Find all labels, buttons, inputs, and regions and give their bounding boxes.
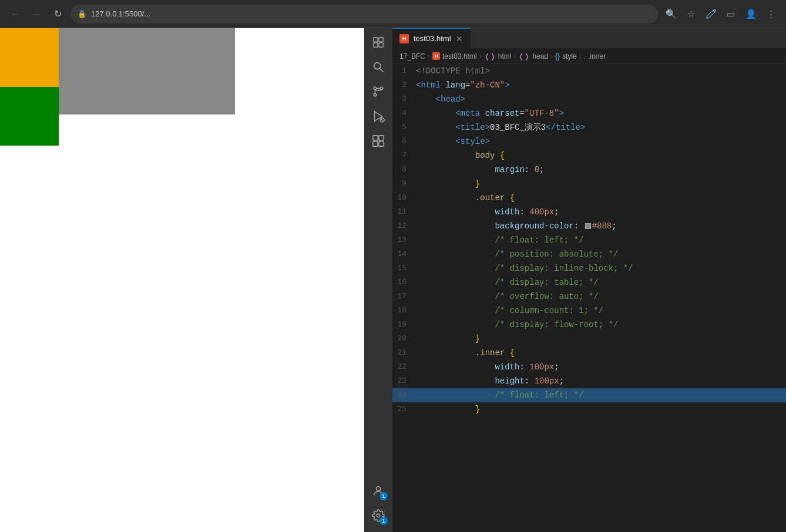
svg-point-4 [374, 63, 381, 69]
svg-rect-14 [373, 142, 378, 146]
code-content-3: <head> [416, 92, 781, 106]
activity-icon-explorer[interactable] [367, 31, 390, 54]
breadcrumb-head-label: head [532, 52, 548, 60]
forward-button[interactable]: → [28, 6, 45, 22]
settings-badge: 1 [379, 517, 388, 525]
tab-test03[interactable]: H test03.html ✕ [392, 28, 471, 48]
code-line-5: 5 <title>03_BFC_演示3</title> [392, 120, 786, 134]
breadcrumb-file-label: test03.html [442, 52, 477, 60]
reload-button[interactable]: ↻ [49, 6, 66, 22]
code-line-4: 4 <meta charset="UTF-8"> [392, 106, 786, 120]
code-content-15: /* display: inline-block; */ [416, 261, 781, 275]
extensions-button[interactable]: 🧷 [703, 6, 719, 22]
breadcrumb-sep-2: › [479, 52, 482, 60]
code-line-22: 22 width: 100px; [392, 360, 786, 374]
profile-button[interactable]: 👤 [743, 6, 759, 22]
line-num-6: 6 [392, 134, 416, 149]
code-line-10: 10 .outer { [392, 191, 786, 205]
browser-chrome: ← → ↻ 🔒 127.0.0.1:5500/... 🔍 ☆ 🧷 ▭ 👤 ⋮ [0, 0, 786, 28]
activity-bottom: 1 1 [367, 479, 390, 532]
breadcrumb-head[interactable]: ❬❭ head [518, 52, 548, 60]
lock-icon: 🔒 [78, 10, 86, 18]
back-button[interactable]: ← [7, 6, 23, 22]
line-num-25: 25 [392, 402, 416, 416]
line-num-22: 22 [392, 360, 416, 374]
code-content-13: /* float: left; */ [416, 233, 781, 247]
activity-icon-source-control[interactable] [367, 80, 390, 103]
code-content-17: /* overflow: auto; */ [416, 289, 781, 304]
code-line-15: 15 /* display: inline-block; */ [392, 261, 786, 275]
code-content-24: /* float: left; */ [416, 388, 781, 402]
code-content-12: background-color: #888; [416, 219, 781, 233]
color-swatch-888 [585, 223, 591, 229]
breadcrumb-html-icon: H [432, 52, 440, 60]
svg-point-16 [376, 487, 380, 491]
code-line-20: 20 } [392, 332, 786, 346]
vscode-area: 1 1 H test03.html ✕ 17_BF [364, 28, 786, 532]
activity-icon-search[interactable] [367, 55, 390, 79]
code-content-16: /* display: table; */ [416, 275, 781, 289]
preview-box-orange [0, 28, 59, 87]
breadcrumb-project[interactable]: 17_BFC [399, 52, 425, 60]
line-num-11: 11 [392, 205, 416, 219]
line-num-14: 14 [392, 247, 416, 261]
line-num-10: 10 [392, 191, 416, 205]
code-line-3: 3 <head> [392, 92, 786, 106]
line-num-7: 7 [392, 149, 416, 163]
line-num-1: 1 [392, 64, 416, 78]
zoom-button[interactable]: 🔍 [663, 6, 679, 22]
code-content-5: <title>03_BFC_演示3</title> [416, 120, 781, 134]
line-num-15: 15 [392, 261, 416, 275]
code-line-12: 12 background-color: #888; [392, 219, 786, 233]
breadcrumb-style[interactable]: {} style [555, 52, 577, 60]
code-content-20: } [416, 332, 781, 346]
code-line-14: 14 /* position: absolute; */ [392, 247, 786, 261]
code-content-10: .outer { [416, 191, 781, 205]
code-content-1: <!DOCTYPE html> [416, 64, 781, 78]
breadcrumb-html[interactable]: ❬❭ html [484, 52, 512, 60]
activity-icon-run[interactable] [367, 105, 390, 128]
window-button[interactable]: ▭ [723, 6, 739, 22]
activity-icon-accounts[interactable]: 1 [367, 479, 390, 503]
activity-icon-extensions[interactable] [367, 129, 390, 153]
preview-box-green [0, 87, 59, 146]
code-content-6: <style> [416, 134, 781, 149]
preview-pane [0, 28, 364, 532]
line-num-23: 23 [392, 374, 416, 388]
code-content-22: width: 100px; [416, 360, 781, 374]
code-line-1: 1 <!DOCTYPE html> [392, 64, 786, 78]
code-line-21: 21 .inner { [392, 346, 786, 360]
line-num-18: 18 [392, 304, 416, 318]
bookmark-button[interactable]: ☆ [683, 6, 699, 22]
code-editor[interactable]: 1 <!DOCTYPE html> 2 <html lang="zh-CN"> … [392, 64, 786, 532]
breadcrumb-file[interactable]: H test03.html [432, 52, 477, 60]
svg-rect-0 [374, 38, 378, 42]
code-line-11: 11 width: 400px; [392, 205, 786, 219]
breadcrumb-sep-5: › [579, 52, 582, 60]
code-content-9: } [416, 177, 781, 191]
breadcrumb-inner[interactable]: . .inner [584, 52, 606, 60]
breadcrumb-sep-4: › [550, 52, 553, 60]
code-line-2: 2 <html lang="zh-CN"> [392, 78, 786, 92]
editor-area: H test03.html ✕ 17_BFC › H test03.html ›… [392, 28, 786, 532]
code-content-2: <html lang="zh-CN"> [416, 78, 781, 92]
code-content-7: body { [416, 149, 781, 163]
address-bar[interactable]: 🔒 127.0.0.1:5500/... [70, 5, 658, 23]
svg-line-11 [381, 119, 384, 122]
tab-close-button[interactable]: ✕ [456, 35, 463, 43]
activity-icon-settings[interactable]: 1 [367, 504, 390, 527]
line-num-13: 13 [392, 233, 416, 247]
breadcrumb-sep-3: › [513, 52, 516, 60]
line-num-8: 8 [392, 163, 416, 177]
code-line-8: 8 margin: 0; [392, 163, 786, 177]
code-content-8: margin: 0; [416, 163, 781, 177]
menu-button[interactable]: ⋮ [763, 6, 779, 22]
code-content-11: width: 400px; [416, 205, 781, 219]
accounts-badge: 1 [379, 492, 388, 500]
breadcrumb: 17_BFC › H test03.html › ❬❭ html › ❬❭ he… [392, 49, 786, 64]
tab-bar: H test03.html ✕ [392, 28, 786, 49]
line-num-21: 21 [392, 346, 416, 360]
url-text: 127.0.0.1:5500/... [91, 9, 150, 18]
breadcrumb-element-icon: ❬❭ [484, 52, 496, 60]
code-line-23: 23 height: 100px; [392, 374, 786, 388]
